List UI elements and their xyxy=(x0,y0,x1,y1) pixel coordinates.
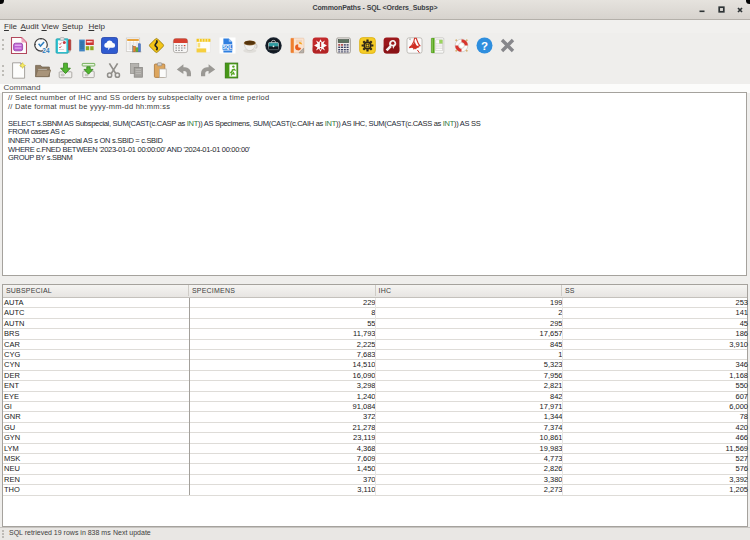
svg-text:24: 24 xyxy=(42,47,50,54)
svg-text:SQL: SQL xyxy=(222,45,232,50)
svg-text:?: ? xyxy=(480,39,487,51)
